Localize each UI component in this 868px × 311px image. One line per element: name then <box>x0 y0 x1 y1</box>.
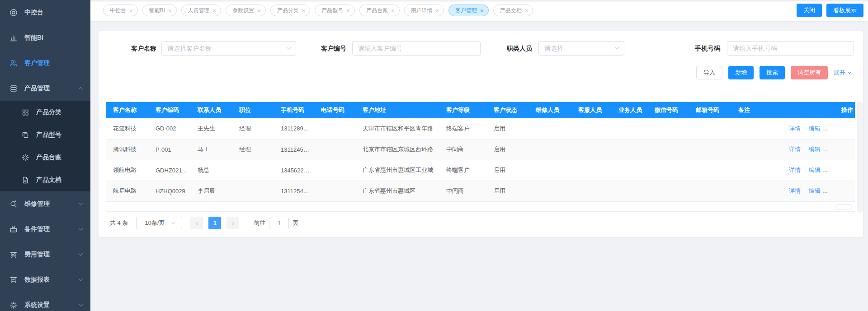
add-button[interactable]: 新增 <box>728 66 754 79</box>
delete-link[interactable]: 删除 <box>829 187 841 195</box>
delete-link[interactable]: 删除 <box>829 125 841 133</box>
sidebar-item-product-model[interactable]: 产品型号 <box>0 124 90 146</box>
copy-icon <box>21 130 30 139</box>
detail-link[interactable]: 详情 <box>789 187 801 194</box>
board-display-button[interactable]: 看板展示 <box>826 4 863 17</box>
close-icon[interactable]: × <box>525 8 528 14</box>
cell <box>232 181 274 201</box>
edit-link[interactable]: 编辑 <box>809 146 821 153</box>
tab-label: 中控台 <box>110 7 126 14</box>
tab-user-detail[interactable]: 用户详情× <box>404 5 444 16</box>
detail-link[interactable]: 详情 <box>789 167 801 173</box>
current-page-button[interactable]: 1 <box>208 217 221 229</box>
tab-product-docs[interactable]: 产品文档× <box>493 5 533 16</box>
cell: 终端客户 <box>439 160 486 181</box>
sidebar-item-label: 系统设置 <box>24 301 50 309</box>
col-header-actions: 操作 <box>775 102 855 118</box>
table-row[interactable]: 花篮科技 GD-002 王先生 经理 131128942... 天津市市辖区和平… <box>106 118 855 139</box>
next-page-button[interactable]: › <box>226 217 239 229</box>
detail-link[interactable]: 详情 <box>789 146 801 153</box>
disable-link[interactable]: 禁用 <box>848 125 855 133</box>
cell <box>528 118 571 139</box>
expand-toggle[interactable]: 展开 <box>834 69 851 77</box>
prev-page-button[interactable]: ‹ <box>190 217 203 229</box>
sidebar-item-repair[interactable]: 维修管理 <box>0 191 90 217</box>
col-header: 客户地址 <box>355 102 439 118</box>
sidebar-item-bi[interactable]: 智能BI <box>0 25 90 51</box>
chevron-down-icon <box>79 302 83 306</box>
col-header: 微信号码 <box>647 102 689 118</box>
close-icon[interactable]: × <box>302 8 306 14</box>
table-row[interactable]: 领航电路 GDHZ021... 杨总 13456221... 广东省惠州市惠城区… <box>106 160 855 181</box>
tab-console[interactable]: 中控台× <box>103 5 138 16</box>
tab-product-model[interactable]: 产品型号× <box>315 5 355 16</box>
sidebar-item-customers[interactable]: 客户管理 <box>0 51 90 76</box>
tab-label: 客户管理 <box>455 7 477 14</box>
staff-type-select[interactable] <box>538 41 624 56</box>
table-row[interactable]: 航启电路 HZHQ0029 李启辰 131125464... 广东省惠州市惠城区… <box>106 181 855 201</box>
detail-link[interactable]: 详情 <box>789 125 801 132</box>
close-icon[interactable]: × <box>129 8 133 14</box>
tab-label: 参数设置 <box>232 7 254 14</box>
close-icon[interactable]: × <box>168 8 172 14</box>
goto-page-input[interactable] <box>269 217 289 229</box>
close-icon[interactable]: × <box>257 8 261 14</box>
col-header: 手机号码 <box>274 102 314 118</box>
disable-link[interactable]: 禁用 <box>848 145 855 153</box>
tab-personnel[interactable]: 人员管理× <box>181 5 222 16</box>
chevron-down-icon <box>848 70 851 74</box>
customer-code-input[interactable] <box>358 45 475 52</box>
sidebar-item-product-docs[interactable]: 产品文档 <box>0 169 90 191</box>
disable-link[interactable]: 禁用 <box>848 166 855 174</box>
horizontal-scrollbar-thumb[interactable] <box>835 204 852 209</box>
delete-link[interactable]: 删除 <box>829 145 841 153</box>
close-icon[interactable]: × <box>346 8 350 14</box>
close-icon[interactable]: × <box>213 8 217 14</box>
sidebar-item-console[interactable]: 中控台 <box>0 0 90 25</box>
customer-name-select[interactable] <box>161 41 296 56</box>
search-button[interactable]: 搜索 <box>760 66 785 79</box>
disable-link[interactable]: 禁用 <box>848 187 855 195</box>
customer-code-field[interactable] <box>352 41 481 56</box>
sidebar-item-product-ledger[interactable]: 产品台账 <box>0 146 90 169</box>
sidebar-item-label: 中控台 <box>24 9 43 17</box>
phone-input[interactable] <box>733 45 848 52</box>
tab-label: 用户详情 <box>411 7 433 14</box>
sidebar-item-spare-parts[interactable]: 备件管理 <box>0 217 90 242</box>
table-row[interactable]: 腾讯科技 P-001 马工 经理 131124542... 北京市市辖区东城区西… <box>106 139 855 160</box>
cell: 启用 <box>486 118 528 139</box>
col-header: 维修人员 <box>528 102 571 118</box>
close-button[interactable]: 关闭 <box>797 4 822 17</box>
delete-link[interactable]: 删除 <box>829 166 841 174</box>
sidebar-item-data-reports[interactable]: 数据报表 <box>0 267 90 292</box>
sidebar-item-system-settings[interactable]: 系统设置 <box>0 292 90 311</box>
clear-all-button[interactable]: 清空所有 <box>791 66 828 79</box>
sidebar-item-label: 数据报表 <box>24 276 50 284</box>
customer-name-select-input[interactable] <box>167 45 287 52</box>
tab-customer-management[interactable]: 客户管理× <box>448 5 489 16</box>
cell <box>571 181 611 201</box>
tab-parameters[interactable]: 参数设置× <box>226 5 266 16</box>
vertical-scrollbar[interactable] <box>857 102 863 213</box>
edit-link[interactable]: 编辑 <box>809 125 821 132</box>
close-icon[interactable]: × <box>391 8 395 14</box>
staff-type-select-input[interactable] <box>544 45 615 52</box>
close-icon[interactable]: × <box>436 8 439 14</box>
sidebar-item-products[interactable]: 产品管理 <box>0 76 90 101</box>
cell: 终端客户 <box>439 118 486 139</box>
edit-link[interactable]: 编辑 <box>809 167 821 173</box>
chevron-down-icon <box>171 220 175 224</box>
toolbox-icon <box>9 225 18 234</box>
tab-product-ledger[interactable]: 产品台账× <box>359 5 400 16</box>
tab-product-category[interactable]: 产品分类× <box>270 5 311 16</box>
tab-bi[interactable]: 智能BI× <box>142 5 177 16</box>
import-button[interactable]: 导入 <box>696 66 722 79</box>
page-size-select[interactable]: 10条/页 <box>136 217 182 229</box>
sidebar-item-expenses[interactable]: 费用管理 <box>0 242 90 267</box>
cell: 王先生 <box>190 118 232 139</box>
tab-bar: 中控台× 智能BI× 人员管理× 参数设置× 产品分类× 产品型号× 产品台账×… <box>90 0 868 21</box>
close-icon[interactable]: × <box>480 8 484 14</box>
phone-field[interactable] <box>727 41 854 56</box>
sidebar-item-product-category[interactable]: 产品分类 <box>0 101 90 124</box>
edit-link[interactable]: 编辑 <box>809 187 821 194</box>
